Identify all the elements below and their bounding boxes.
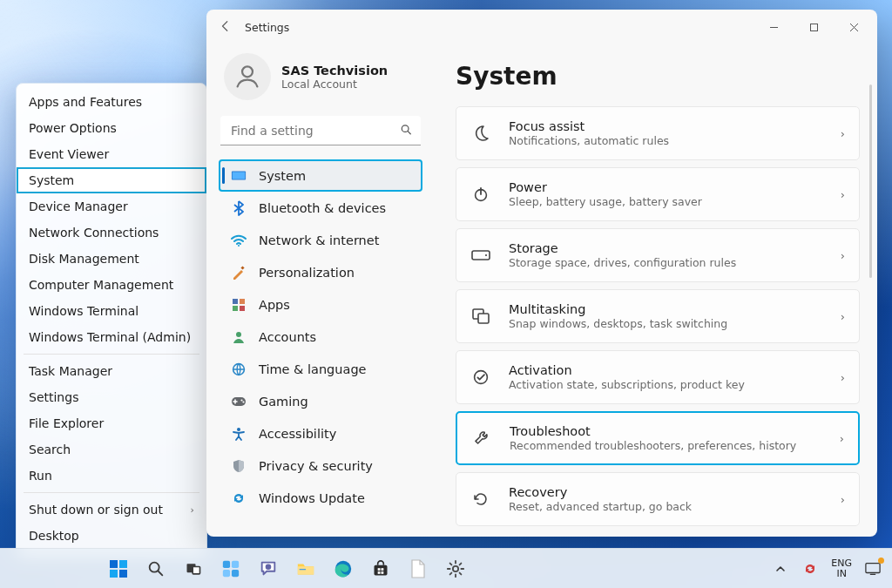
task-view-icon[interactable] [176, 551, 211, 586]
nav-item-network-internet[interactable]: Network & internet [219, 224, 422, 256]
settings-window: Settings SAS Techvision Local Account [206, 10, 877, 537]
chevron-right-icon: › [191, 504, 194, 516]
svg-point-16 [237, 428, 240, 431]
chevron-right-icon: › [841, 127, 845, 140]
taskbar-search-icon[interactable] [139, 551, 173, 586]
winx-item-shut-down-or-sign-out[interactable]: Shut down or sign out› [17, 497, 206, 523]
winx-item-computer-management[interactable]: Computer Management [17, 272, 206, 298]
moon-icon [469, 125, 493, 142]
svg-rect-36 [300, 569, 306, 570]
display-icon [231, 170, 247, 182]
settings-card-power[interactable]: PowerSleep, battery usage, battery saver… [456, 167, 860, 221]
scrollbar[interactable] [869, 84, 872, 278]
winx-item-desktop[interactable]: Desktop [17, 523, 206, 549]
chevron-right-icon: › [841, 188, 845, 201]
nav-item-bluetooth-devices[interactable]: Bluetooth & devices [219, 192, 422, 224]
taskbar-pinned [101, 551, 473, 586]
settings-card-focus-assist[interactable]: Focus assistNotifications, automatic rul… [456, 106, 860, 160]
window-title: Settings [245, 21, 289, 34]
svg-point-43 [453, 565, 458, 571]
winx-item-power-options[interactable]: Power Options [17, 115, 206, 141]
widgets-icon[interactable] [213, 551, 248, 586]
settings-card-activation[interactable]: ActivationActivation state, subscription… [456, 350, 860, 404]
back-button[interactable] [210, 20, 241, 35]
nav-item-time-language[interactable]: Time & language [219, 353, 422, 385]
svg-point-11 [236, 332, 241, 337]
account-header[interactable]: SAS Techvision Local Account [219, 44, 422, 111]
winx-item-event-viewer[interactable]: Event Viewer [17, 141, 206, 167]
winx-context-menu: Apps and FeaturesPower OptionsEvent View… [16, 83, 207, 555]
svg-point-1 [242, 66, 253, 77]
file-explorer-icon[interactable] [288, 551, 323, 586]
svg-rect-26 [119, 570, 127, 578]
language-indicator[interactable]: ENGIN [831, 558, 852, 578]
svg-rect-0 [810, 24, 817, 30]
winx-item-task-manager[interactable]: Task Manager [17, 358, 206, 384]
settings-card-recovery[interactable]: RecoveryReset, advanced startup, go back… [456, 472, 860, 526]
winx-item-windows-terminal-admin-[interactable]: Windows Terminal (Admin) [17, 324, 206, 350]
settings-taskbar-icon[interactable] [438, 551, 473, 586]
tray-overflow-icon[interactable] [772, 560, 789, 578]
store-icon[interactable] [363, 551, 398, 586]
winx-item-file-explorer[interactable]: File Explorer [17, 410, 206, 436]
chat-icon[interactable] [251, 551, 286, 586]
winx-item-device-manager[interactable]: Device Manager [17, 193, 206, 220]
tray-sync-icon[interactable] [801, 560, 819, 578]
nav-item-accessibility[interactable]: Accessibility [219, 417, 422, 449]
svg-point-14 [240, 399, 242, 401]
taskbar: ENGIN [0, 548, 892, 588]
nav-item-label: Windows Update [259, 491, 365, 505]
winx-item-search[interactable]: Search [17, 436, 206, 463]
card-title: Activation [509, 363, 825, 377]
settings-card-storage[interactable]: StorageStorage space, drives, configurat… [456, 228, 860, 282]
nav-item-windows-update[interactable]: Windows Update [219, 482, 422, 514]
minimize-button[interactable] [753, 13, 794, 41]
nav-item-accounts[interactable]: Accounts [219, 321, 422, 353]
maximize-button[interactable] [794, 13, 834, 41]
nav-item-system[interactable]: System [219, 159, 422, 192]
paint-icon [231, 266, 247, 280]
chevron-right-icon: › [841, 249, 845, 262]
svg-rect-10 [240, 306, 245, 311]
chevron-right-icon: › [841, 371, 845, 384]
start-button[interactable] [101, 551, 136, 586]
winx-item-network-connections[interactable]: Network Connections [17, 220, 206, 246]
nav-item-privacy-security[interactable]: Privacy & security [219, 449, 422, 482]
notifications-icon[interactable] [864, 560, 882, 578]
drive-icon [469, 250, 493, 260]
nav-item-gaming[interactable]: Gaming [219, 385, 422, 417]
svg-rect-4 [233, 172, 245, 179]
svg-rect-30 [223, 560, 230, 567]
edge-icon[interactable] [326, 551, 361, 586]
winx-item-disk-management[interactable]: Disk Management [17, 246, 206, 272]
nav-item-label: Privacy & security [259, 459, 373, 473]
svg-point-19 [485, 254, 487, 256]
document-icon[interactable] [401, 551, 436, 586]
chevron-right-icon: › [841, 493, 845, 506]
settings-card-multitasking[interactable]: MultitaskingSnap windows, desktops, task… [456, 289, 860, 343]
close-button[interactable] [834, 13, 874, 41]
nav-item-apps[interactable]: Apps [219, 288, 422, 321]
winx-item-apps-and-features[interactable]: Apps and Features [17, 89, 206, 115]
nav-item-label: Network & internet [259, 233, 379, 247]
nav-item-personalization[interactable]: Personalization [219, 256, 422, 288]
winx-item-settings[interactable]: Settings [17, 384, 206, 410]
winx-item-system[interactable]: System [17, 167, 206, 193]
globe-icon [231, 362, 247, 376]
settings-card-troubleshoot[interactable]: TroubleshootRecommended troubleshooters,… [456, 411, 860, 465]
account-name: SAS Techvision [281, 64, 388, 78]
svg-rect-9 [233, 306, 238, 311]
card-title: Recovery [509, 485, 825, 499]
apps-icon [231, 298, 247, 312]
titlebar: Settings [206, 10, 877, 44]
settings-search [219, 116, 422, 145]
chevron-right-icon: › [841, 310, 845, 323]
winx-item-windows-terminal[interactable]: Windows Terminal [17, 298, 206, 324]
card-title: Focus assist [509, 119, 825, 133]
winx-item-run[interactable]: Run [17, 463, 206, 489]
search-input[interactable] [220, 116, 421, 145]
recovery-icon [469, 490, 493, 508]
svg-rect-39 [378, 568, 381, 571]
svg-point-27 [150, 562, 159, 571]
nav-item-label: Bluetooth & devices [259, 201, 386, 215]
